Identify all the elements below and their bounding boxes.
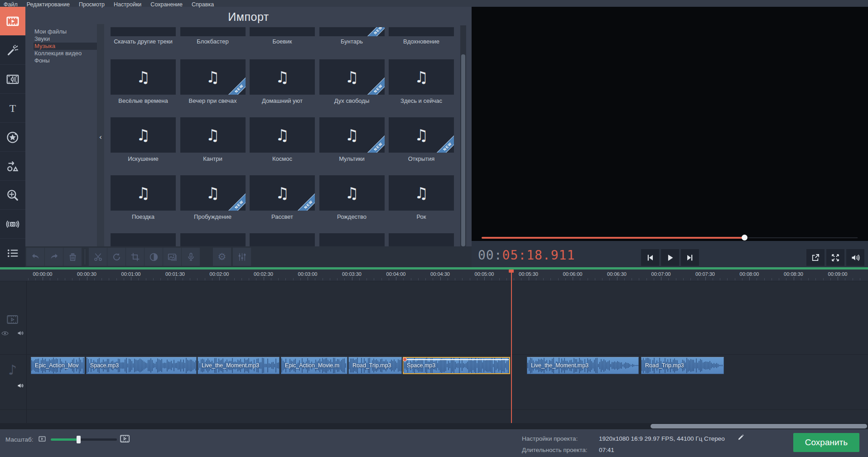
audio-clip[interactable]: Space.mp3 (403, 357, 510, 374)
zoom-in-film-icon[interactable] (119, 433, 130, 446)
music-collection-tile[interactable]: ♫ (180, 117, 246, 153)
seek-bar-remaining[interactable] (748, 237, 858, 238)
sidebar-tool-titles[interactable]: T (0, 94, 25, 123)
clip-volume-keyframe[interactable] (403, 357, 407, 361)
video-track-speaker-icon[interactable] (16, 329, 25, 337)
playhead-handle[interactable] (509, 269, 514, 273)
grid-scrollbar[interactable] (460, 25, 466, 246)
music-collection-tile[interactable]: ♫ (111, 117, 176, 153)
scissors-button[interactable] (89, 248, 107, 266)
audio-clip[interactable]: Epic_Action_Mov (31, 357, 85, 374)
sidebar-tool-stabilization[interactable] (0, 210, 25, 239)
ruler-major-tick (617, 277, 617, 280)
music-collection-tile[interactable]: ♫NEW (180, 175, 246, 211)
music-collection-tile[interactable]: ♫ (389, 59, 454, 95)
ruler-minor-tick (477, 278, 477, 280)
clip-volume-line[interactable] (404, 359, 509, 360)
category-item-2[interactable]: Музыка (34, 43, 101, 50)
music-collection-tile-partial[interactable] (319, 233, 385, 246)
category-item-3[interactable]: Коллекция видео (34, 50, 101, 57)
mic-button[interactable] (182, 248, 200, 266)
timeline-horizontal-scrollbar[interactable] (0, 423, 868, 429)
audio-clip[interactable]: Live_the_Moment.mp3 (527, 357, 639, 374)
sidebar-tool-callouts[interactable] (0, 152, 25, 181)
music-collection-tile[interactable] (250, 27, 315, 36)
music-collection-tile[interactable]: ♫NEW (180, 59, 246, 95)
play-button[interactable] (661, 249, 679, 266)
panel-collapse-strip[interactable]: ‹ (97, 24, 104, 246)
music-collection-tile-partial[interactable] (180, 233, 246, 246)
collapse-chevron-icon[interactable]: ‹ (97, 133, 104, 141)
music-collection-tile[interactable]: ♫NEW (389, 117, 454, 153)
zoom-slider-thumb[interactable] (77, 436, 81, 443)
ruler-minor-tick (727, 278, 728, 280)
sidebar-tool-stickers[interactable] (0, 123, 25, 152)
music-collection-tile[interactable]: ♫NEW (319, 117, 385, 153)
sidebar-tool-media[interactable] (0, 7, 25, 36)
pencil-icon (737, 433, 745, 441)
music-collection-tile[interactable]: ♫ (111, 175, 176, 211)
rotate-button[interactable] (107, 248, 125, 266)
category-item-0[interactable]: Мои файлы (34, 28, 101, 35)
audio-track-speaker-icon[interactable] (16, 381, 25, 390)
menu-item-4[interactable]: Сохранение (150, 1, 183, 8)
music-collection-tile[interactable]: NEW (319, 27, 385, 36)
music-collection-tile-partial[interactable] (111, 233, 176, 246)
music-collection-tile[interactable] (389, 27, 454, 36)
edit-settings-pencil-icon[interactable] (737, 433, 745, 443)
menu-item-0[interactable]: Файл (4, 1, 18, 8)
sidebar-tool-transitions[interactable] (0, 65, 25, 94)
audio-clip[interactable]: Epic_Action_Movie.m (281, 357, 347, 374)
volume-button[interactable] (846, 249, 864, 266)
music-collection-tile[interactable]: ♫ (250, 117, 315, 153)
music-collection-tile[interactable]: ♫NEW (319, 59, 385, 95)
audio-clip[interactable]: Road_Trip.mp3 (348, 357, 402, 374)
menu-item-3[interactable]: Настройки (114, 1, 141, 8)
save-button[interactable]: Сохранить (793, 433, 859, 452)
music-collection-tile[interactable]: ♫ (319, 175, 385, 211)
trash-button[interactable] (63, 248, 82, 266)
image-button[interactable] (163, 248, 181, 266)
ruler-minor-tick (543, 278, 544, 280)
gear-button[interactable]: ⚙ (213, 248, 231, 266)
music-collection-tile[interactable]: ♫ (389, 175, 454, 211)
seek-knob[interactable] (742, 235, 747, 241)
contrast-button[interactable] (145, 248, 163, 266)
music-collection-tile[interactable]: ♫ (111, 59, 176, 95)
video-track-eye-icon[interactable] (1, 329, 9, 337)
sidebar-tool-more-tools[interactable] (0, 239, 25, 268)
ruler-minor-tick (595, 278, 595, 280)
crop-button[interactable] (126, 248, 144, 266)
seek-bar-progress[interactable] (482, 237, 743, 239)
music-collection-tile[interactable] (180, 27, 246, 36)
music-collection-tile-partial[interactable] (389, 233, 454, 246)
zoom-out-film-icon[interactable] (38, 435, 46, 445)
sidebar-tool-filters[interactable] (0, 36, 25, 65)
prev-frame-button[interactable] (641, 249, 659, 266)
next-frame-button[interactable] (681, 249, 699, 266)
playhead-line[interactable] (511, 269, 512, 423)
menu-item-2[interactable]: Просмотр (79, 1, 105, 8)
pop-out-button[interactable] (806, 249, 825, 266)
audio-clip[interactable]: Live_the_Moment.mp3 (198, 357, 280, 374)
music-collection-tile-partial[interactable] (250, 233, 315, 246)
sidebar-tool-pan-zoom[interactable] (0, 181, 25, 210)
menu-item-5[interactable]: Справка (192, 1, 214, 8)
category-item-4[interactable]: Фоны (34, 57, 101, 64)
music-collection-tile[interactable]: ♫NEW (250, 175, 315, 211)
menu-item-1[interactable]: Редактирование (27, 1, 70, 8)
grid-scrollbar-thumb[interactable] (461, 54, 465, 246)
fullscreen-button[interactable] (826, 249, 844, 266)
timeline-ruler[interactable]: 00:00:0000:00:3000:01:0000:01:3000:02:00… (0, 269, 868, 281)
audio-clip[interactable]: Road_Trip.mp3 (641, 357, 724, 374)
more-tools-icon (6, 246, 19, 260)
audio-clip[interactable]: Space.mp3 (86, 357, 197, 374)
timeline-scrollbar-thumb[interactable] (651, 424, 867, 428)
zoom-slider[interactable] (51, 438, 117, 441)
music-collection-tile[interactable] (111, 27, 176, 36)
redo-button[interactable] (45, 248, 63, 266)
undo-button[interactable] (26, 248, 44, 266)
music-collection-tile[interactable]: ♫ (250, 59, 315, 95)
category-item-1[interactable]: Звуки (34, 35, 101, 43)
sliders-button[interactable] (233, 248, 251, 266)
